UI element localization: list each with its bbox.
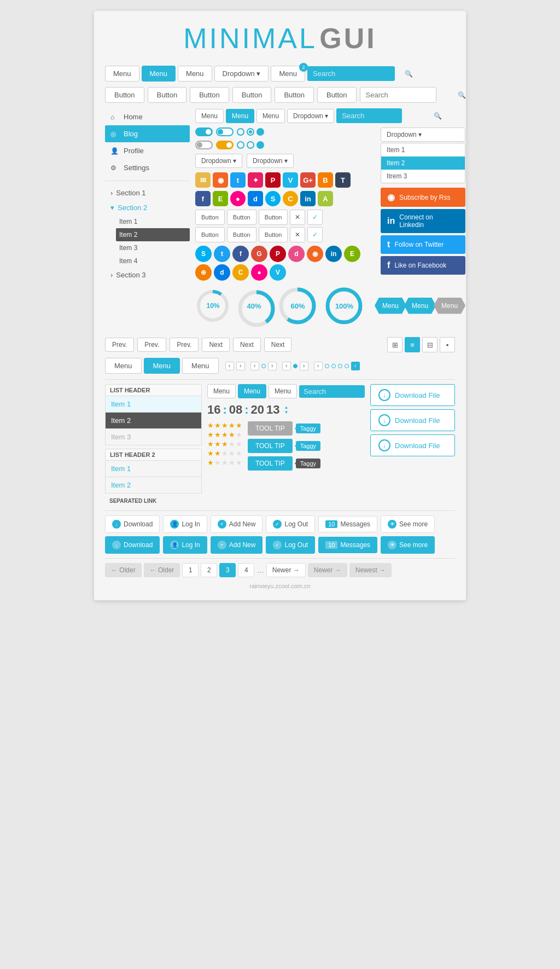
section2-item3[interactable]: Item 3 <box>116 241 190 254</box>
radio-1[interactable] <box>237 128 244 136</box>
download-btn-2[interactable]: ↓ Download File <box>370 409 455 431</box>
toggle-2[interactable] <box>216 127 234 136</box>
next-btn-3[interactable]: Next <box>264 338 292 352</box>
dot-4c[interactable] <box>338 364 342 368</box>
icon-x-2[interactable]: ✕ <box>290 227 305 242</box>
list-item-3[interactable]: Item 3 <box>105 429 202 445</box>
circle-vimeo[interactable]: V <box>270 264 286 281</box>
social-rss[interactable]: ◉ <box>213 172 228 188</box>
sidebar-settings[interactable]: ⚙ Settings <box>105 159 190 176</box>
search-input-1[interactable] <box>313 69 405 78</box>
timer-up[interactable]: ▲ <box>284 405 289 410</box>
dot-prev-2[interactable]: ‹ <box>250 362 259 370</box>
twitter-follow-btn[interactable]: t Follow on Twitter <box>381 235 465 254</box>
action-login-blue[interactable]: 👤 Log In <box>163 536 207 554</box>
sidebar-section-2[interactable]: ▾ Section 2 <box>105 200 190 215</box>
button-6[interactable]: Button <box>317 87 357 103</box>
circle-flickr[interactable]: ● <box>251 264 267 281</box>
circle-dribbble[interactable]: d <box>288 246 305 262</box>
page-1[interactable]: 1 <box>182 563 199 577</box>
icon-x[interactable]: ✕ <box>290 210 305 225</box>
next-btn-2[interactable]: Next <box>233 338 261 352</box>
action-addnew[interactable]: + Add New <box>211 515 263 533</box>
social-mail[interactable]: ✉ <box>195 172 211 188</box>
dot-next-1[interactable]: › <box>236 362 245 370</box>
circle-google[interactable]: G <box>251 246 267 262</box>
arrow-menu-2[interactable]: Menu <box>404 298 436 314</box>
tab-menu-2[interactable]: Menu <box>144 358 180 374</box>
dot-next-3[interactable]: › <box>300 362 308 370</box>
circle-skype[interactable]: S <box>195 246 212 262</box>
dot-prev-1[interactable]: ‹ <box>225 362 234 370</box>
search-input-2[interactable] <box>366 91 458 99</box>
dot-4b[interactable] <box>331 364 336 368</box>
search-bar-3[interactable]: 🔍 <box>336 108 402 123</box>
social-skype[interactable]: S <box>265 191 281 206</box>
dropdown-item-2[interactable]: Item 2 <box>381 156 465 170</box>
action-download-blue[interactable]: ↓ Download <box>105 536 160 554</box>
sidebar-section-1[interactable]: › Section 1 <box>105 185 190 200</box>
tooltip-btn-2[interactable]: TOOL TIP <box>248 439 293 453</box>
dot-4d[interactable] <box>345 364 349 368</box>
circle-linkedin[interactable]: in <box>325 246 342 262</box>
tooltip-btn-3[interactable]: TOOL TIP <box>248 456 293 471</box>
icon-check[interactable]: ✓ <box>307 210 323 225</box>
dot-4a[interactable] <box>325 364 329 368</box>
toggle-1[interactable] <box>195 127 213 136</box>
rss-follow-btn[interactable]: ◉ Subscribe by Rss <box>381 188 465 207</box>
download-btn-3[interactable]: ↓ Download File <box>370 434 455 456</box>
list-item-4[interactable]: Item 1 <box>105 461 202 477</box>
page-4[interactable]: 4 <box>238 563 254 577</box>
social-vimeo[interactable]: V <box>283 172 298 188</box>
action-download[interactable]: ↓ Download <box>105 515 160 533</box>
sidebar-blog[interactable]: ◎ Blog <box>105 125 190 142</box>
mini-nav-menu-3[interactable]: Menu <box>256 109 285 123</box>
social-dropbox[interactable]: d <box>248 191 263 206</box>
sidebar-profile[interactable]: 👤 Profile <box>105 142 190 159</box>
social-tumblr[interactable]: T <box>335 172 351 188</box>
circle-dropbox[interactable]: d <box>214 264 230 281</box>
action-messages[interactable]: 10 Messages <box>318 516 377 532</box>
arrow-menu-3[interactable]: Menu <box>434 298 465 314</box>
social-heart[interactable]: ✦ <box>248 172 263 188</box>
grid-btn-6[interactable]: Button <box>259 227 288 242</box>
dot-next-4[interactable]: › <box>351 362 360 370</box>
toggle-3[interactable] <box>195 141 213 149</box>
list-item-1[interactable]: Item 1 <box>105 396 202 413</box>
dot-active[interactable] <box>293 364 298 368</box>
newer-btn-1[interactable]: Newer → <box>266 563 306 577</box>
dot-1[interactable] <box>261 364 266 368</box>
newer-btn-2[interactable]: Newer → <box>308 563 347 577</box>
action-login[interactable]: 👤 Log In <box>163 515 207 533</box>
dropdown-item-1[interactable]: Item 1 <box>381 143 465 156</box>
button-2[interactable]: Button <box>148 87 187 103</box>
download-btn-1[interactable]: ↓ Download File <box>370 384 455 406</box>
tab-menu-3[interactable]: Menu <box>182 358 219 374</box>
mini-nav-menu-2[interactable]: Menu <box>226 109 254 123</box>
sidebar-section-3[interactable]: › Section 3 <box>105 268 190 282</box>
circle-pinterest[interactable]: P <box>270 246 286 262</box>
button-4[interactable]: Button <box>232 87 272 103</box>
linkedin-follow-btn[interactable]: in Connect on Linkedin <box>381 209 465 233</box>
grid-btn-2[interactable]: Button <box>227 210 256 225</box>
social-blogger[interactable]: B <box>318 172 333 188</box>
nav-menu-3[interactable]: Menu <box>178 66 212 82</box>
dropdown-btn-3[interactable]: Dropdown ▾ <box>381 127 465 142</box>
dot-next-2[interactable]: › <box>268 362 277 370</box>
facebook-follow-btn[interactable]: f Like on Facebook <box>381 256 465 275</box>
list-item-2[interactable]: Item 2 <box>105 413 202 429</box>
search-input-3[interactable] <box>342 112 434 120</box>
dropdown-btn-1[interactable]: Dropdown ▾ <box>195 154 242 168</box>
search-bar-2[interactable]: 🔍 <box>360 87 436 103</box>
section2-item1[interactable]: Item 1 <box>116 215 190 228</box>
social-linkedin[interactable]: in <box>300 191 316 206</box>
section2-item2[interactable]: Item 2 <box>116 228 190 241</box>
tab-menu-1[interactable]: Menu <box>105 358 142 374</box>
social-facebook[interactable]: f <box>195 191 211 206</box>
dot-prev-4[interactable]: ‹ <box>314 362 323 370</box>
section2-item4[interactable]: Item 4 <box>116 254 190 268</box>
circle-rss[interactable]: ◉ <box>307 246 323 262</box>
mini-nav-menu-1[interactable]: Menu <box>195 109 224 123</box>
circle-twitter[interactable]: t <box>214 246 230 262</box>
prev-btn-3[interactable]: Prev. <box>170 338 199 352</box>
